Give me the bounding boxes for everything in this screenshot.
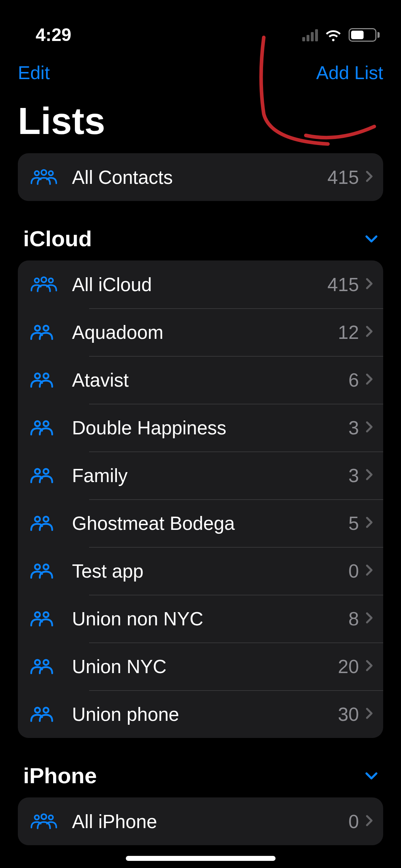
list-item[interactable]: Double Happiness3 [18, 404, 383, 451]
section-title: iCloud [23, 226, 92, 251]
page-title: Lists [0, 89, 401, 153]
list-item-label: All iPhone [61, 811, 349, 832]
list-item-label: All Contacts [61, 166, 328, 188]
chevron-right-icon [365, 170, 373, 184]
chevron-right-icon [365, 612, 373, 625]
group2-icon [29, 658, 61, 675]
wifi-icon [324, 28, 342, 42]
status-indicators [302, 28, 380, 42]
list-item-label: Union phone [61, 703, 338, 725]
list-item-label: Test app [61, 560, 349, 582]
cellular-icon [302, 29, 318, 41]
list-item-label: Aquadoom [61, 321, 338, 343]
section-title: iPhone [23, 763, 97, 788]
list-item-count: 8 [349, 608, 359, 630]
list-item-count: 415 [328, 166, 359, 188]
chevron-right-icon [365, 660, 373, 673]
status-bar: 4:29 [0, 0, 401, 50]
group3-icon [29, 276, 61, 293]
section-card: All iCloud415Aquadoom12Atavist6Double Ha… [18, 260, 383, 738]
list-item-count: 20 [338, 656, 359, 677]
chevron-down-icon [365, 234, 378, 243]
list-item[interactable]: Union non NYC8 [18, 595, 383, 642]
list-item[interactable]: Union NYC20 [18, 642, 383, 690]
list-item-count: 0 [349, 560, 359, 582]
chevron-right-icon [365, 469, 373, 482]
chevron-right-icon [365, 516, 373, 530]
list-item-label: Family [61, 465, 349, 486]
chevron-right-icon [365, 421, 373, 434]
list-item-count: 12 [338, 321, 359, 343]
chevron-right-icon [365, 325, 373, 339]
status-time: 4:29 [36, 25, 71, 45]
chevron-right-icon [365, 278, 373, 291]
list-item-count: 30 [338, 703, 359, 725]
all-contacts-card: All Contacts 415 [18, 153, 383, 201]
chevron-down-icon [365, 771, 378, 780]
list-item-label: All iCloud [61, 274, 328, 295]
group2-icon [29, 324, 61, 341]
list-item-count: 3 [349, 465, 359, 486]
group2-icon [29, 419, 61, 436]
section-header[interactable]: iCloud [18, 226, 383, 260]
list-item-all-contacts[interactable]: All Contacts 415 [18, 153, 383, 201]
group2-icon [29, 467, 61, 484]
list-item[interactable]: Ghostmeat Bodega5 [18, 499, 383, 547]
chevron-right-icon [365, 707, 373, 721]
list-item-count: 0 [349, 811, 359, 832]
list-item[interactable]: Family3 [18, 451, 383, 499]
list-item[interactable]: All iPhone0 [18, 797, 383, 845]
group2-icon [29, 562, 61, 579]
list-item-count: 5 [349, 512, 359, 534]
list-item-count: 3 [349, 417, 359, 439]
list-item-count: 415 [328, 274, 359, 295]
edit-button[interactable]: Edit [18, 62, 50, 83]
list-item[interactable]: Atavist6 [18, 356, 383, 404]
group2-icon [29, 706, 61, 723]
home-indicator [126, 856, 276, 861]
group2-icon [29, 515, 61, 532]
group3-icon [29, 813, 61, 830]
section-header[interactable]: iPhone [18, 763, 383, 797]
group2-icon [29, 371, 61, 388]
section-card: All iPhone0 [18, 797, 383, 845]
list-item[interactable]: All iCloud415 [18, 260, 383, 308]
list-item-count: 6 [349, 369, 359, 391]
nav-bar: Edit Add List [0, 50, 401, 89]
chevron-right-icon [365, 815, 373, 828]
group3-icon [29, 169, 61, 186]
list-item-label: Union NYC [61, 656, 338, 677]
add-list-button[interactable]: Add List [316, 62, 383, 83]
chevron-right-icon [365, 373, 373, 387]
list-item[interactable]: Union phone30 [18, 690, 383, 738]
list-item[interactable]: Test app0 [18, 547, 383, 595]
group2-icon [29, 610, 61, 627]
list-item-label: Double Happiness [61, 417, 349, 439]
list-item-label: Union non NYC [61, 608, 349, 630]
list-item-label: Atavist [61, 369, 349, 391]
battery-icon [349, 28, 380, 42]
chevron-right-icon [365, 564, 373, 578]
list-item[interactable]: Aquadoom12 [18, 308, 383, 356]
list-item-label: Ghostmeat Bodega [61, 512, 349, 534]
